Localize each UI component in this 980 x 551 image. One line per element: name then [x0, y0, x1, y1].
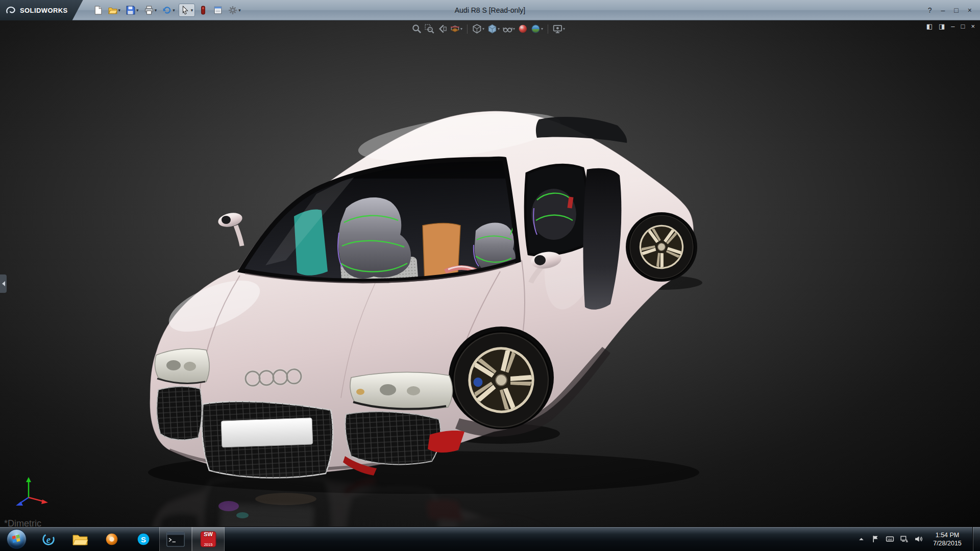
- zoom-to-fit-button[interactable]: [411, 22, 423, 35]
- display-style-icon: [487, 24, 497, 34]
- zoom-fit-icon: [412, 24, 422, 34]
- graphics-area[interactable]: ▾▾▾▾▾▾ ◧◨–□× *Dimetric: [0, 20, 980, 527]
- dropdown-caret-icon[interactable]: ▾: [541, 27, 543, 31]
- ie-icon: e: [41, 532, 56, 547]
- view-settings-button[interactable]: ▾: [552, 22, 566, 35]
- media-player-taskbar-button[interactable]: [96, 527, 128, 551]
- section-view-button[interactable]: ▾: [449, 22, 463, 35]
- display-style-button[interactable]: ▾: [486, 22, 501, 35]
- show-desktop-button[interactable]: [972, 527, 980, 551]
- print-icon: [144, 6, 154, 15]
- speaker-icon: [914, 535, 923, 543]
- edit-appearance-button[interactable]: [517, 22, 529, 35]
- right-air-intake[interactable]: [345, 412, 440, 464]
- network-status-button[interactable]: [897, 527, 911, 551]
- clock-time: 1:54 PM: [925, 531, 969, 539]
- restore-button[interactable]: □: [954, 7, 958, 14]
- hide-show-icon: [503, 24, 512, 34]
- taskbar-clock[interactable]: 1:54 PM 7/28/2015: [925, 531, 969, 547]
- svg-text:S: S: [141, 535, 146, 543]
- select-button[interactable]: ▾: [179, 4, 195, 17]
- dropdown-caret-icon[interactable]: ▾: [118, 8, 121, 13]
- help-button[interactable]: ?: [928, 7, 932, 14]
- restore-document-button[interactable]: □: [961, 23, 965, 30]
- show-hidden-icons-button[interactable]: [854, 527, 868, 551]
- options-icon: [228, 6, 237, 15]
- feature-tree-collapse-tab[interactable]: [0, 274, 7, 293]
- tile-right-button[interactable]: ◨: [939, 23, 945, 30]
- dropdown-caret-icon[interactable]: ▾: [238, 8, 241, 13]
- dropdown-caret-icon[interactable]: ▾: [136, 8, 139, 13]
- 3d-scene[interactable]: [0, 20, 980, 527]
- keyboard-icon: [886, 535, 894, 543]
- action-center-button[interactable]: [868, 527, 883, 551]
- toolbar-divider: [467, 24, 468, 34]
- print-button[interactable]: ▾: [142, 4, 159, 17]
- right-headlight[interactable]: [350, 372, 453, 410]
- open-button[interactable]: ▾: [106, 4, 123, 17]
- network-icon: [900, 535, 909, 543]
- hide-show-items-button[interactable]: ▾: [502, 22, 516, 35]
- dropdown-caret-icon[interactable]: ▾: [460, 27, 462, 31]
- dropdown-caret-icon[interactable]: ▾: [155, 8, 157, 13]
- previous-view-button[interactable]: [436, 22, 448, 35]
- tile-left-button[interactable]: ◧: [926, 23, 933, 30]
- select-icon: [181, 6, 190, 15]
- clock-date: 7/28/2015: [925, 539, 969, 547]
- new-button[interactable]: [91, 4, 105, 17]
- rebuild-icon: [199, 6, 208, 15]
- chevron-up-icon: [857, 535, 866, 543]
- dropdown-caret-icon[interactable]: ▾: [498, 27, 500, 31]
- dropdown-caret-icon[interactable]: ▾: [191, 8, 193, 13]
- view-settings-icon: [553, 24, 562, 34]
- dropdown-caret-icon[interactable]: ▾: [563, 27, 565, 31]
- cmd-icon: [166, 532, 185, 547]
- flag-icon: [871, 535, 880, 543]
- taskbar-apps: eSSW2015: [33, 527, 225, 551]
- orientation-triad: [11, 475, 52, 508]
- volume-button[interactable]: [911, 527, 925, 551]
- prev-view-icon: [437, 24, 447, 34]
- undo-button[interactable]: ▾: [160, 4, 177, 17]
- minimize-document-button[interactable]: –: [951, 23, 954, 30]
- scene-icon: [531, 24, 541, 34]
- options-button[interactable]: ▾: [226, 4, 243, 17]
- dropdown-caret-icon[interactable]: ▾: [513, 27, 515, 31]
- close-document-button[interactable]: ×: [971, 23, 975, 30]
- solidworks-2015-taskbar-button[interactable]: SW2015: [192, 527, 225, 551]
- command-prompt-taskbar-button[interactable]: [159, 527, 192, 551]
- windows-explorer-taskbar-button[interactable]: [64, 527, 96, 551]
- close-button[interactable]: ×: [968, 7, 972, 14]
- rebuild-button[interactable]: [197, 4, 210, 17]
- dropdown-caret-icon[interactable]: ▾: [173, 8, 175, 13]
- solidworks-2015-label: SW: [192, 531, 224, 537]
- apply-scene-button[interactable]: ▾: [530, 22, 544, 35]
- save-icon: [126, 6, 135, 15]
- desktop: SOLIDWORKS ▾▾▾▾▾▾ Audi R8 S [Read-only] …: [0, 0, 980, 551]
- save-button[interactable]: ▾: [124, 4, 141, 17]
- svg-text:e: e: [46, 534, 51, 544]
- minimize-button[interactable]: –: [941, 7, 945, 14]
- dropdown-caret-icon[interactable]: ▾: [482, 27, 484, 31]
- start-button[interactable]: [0, 527, 33, 551]
- interior-through-side-window: [531, 189, 576, 240]
- system-tray: 1:54 PM 7/28/2015: [854, 527, 980, 551]
- zoom-area-icon: [425, 24, 434, 34]
- file-properties-button[interactable]: [211, 4, 225, 17]
- document-window-controls: ◧◨–□×: [926, 23, 975, 30]
- front-grille[interactable]: [202, 402, 333, 478]
- open-icon: [108, 6, 117, 15]
- zoom-to-area-button[interactable]: [424, 22, 435, 35]
- wmp-icon: [104, 532, 119, 547]
- internet-explorer-taskbar-button[interactable]: e: [33, 527, 64, 551]
- folder-icon: [72, 532, 88, 546]
- skype-taskbar-button[interactable]: S: [128, 527, 159, 551]
- quick-access-toolbar: ▾▾▾▾▾▾: [91, 4, 243, 17]
- view-orientation-button[interactable]: ▾: [471, 22, 485, 35]
- left-headlight[interactable]: [155, 348, 209, 384]
- left-air-intake[interactable]: [157, 387, 202, 440]
- file-properties-icon: [213, 6, 223, 15]
- input-indicator-button[interactable]: [883, 527, 897, 551]
- new-icon: [93, 6, 103, 15]
- view-cube-icon: [472, 24, 482, 34]
